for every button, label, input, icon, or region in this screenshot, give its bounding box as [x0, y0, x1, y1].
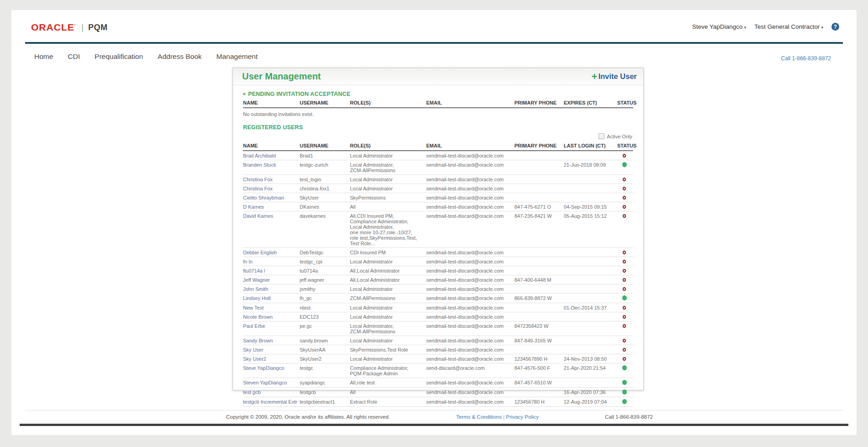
- pending-empty-message: No outstanding invitations exist.: [243, 108, 633, 118]
- user-name-link[interactable]: fn ln: [243, 257, 300, 266]
- user-name-link[interactable]: Cielito Shraybman: [243, 193, 300, 202]
- user-roles: Local Administrator: [350, 284, 426, 294]
- status-cell: [617, 248, 633, 257]
- user-email: sendmail-test-discard@oracle.com: [426, 266, 514, 275]
- org-menu[interactable]: Test General Contractor▾: [754, 23, 823, 30]
- plus-icon: +: [592, 73, 598, 80]
- user-email: sendmail-test-discard@oracle.com: [426, 312, 514, 321]
- user-primary-phone: 1234567890 H: [514, 354, 564, 363]
- privacy-link[interactable]: Privacy Policy: [506, 414, 539, 420]
- user-last-login: [564, 294, 617, 303]
- help-icon[interactable]: ?: [831, 23, 839, 31]
- user-email: send-discard@oracle.com: [426, 363, 514, 378]
- user-username: testgc: [300, 363, 350, 378]
- user-name-link[interactable]: Christina Fox: [243, 175, 300, 184]
- table-row: Nicole BrownEDC123Local Administratorsen…: [243, 312, 633, 321]
- user-name-link[interactable]: Branden Stuck: [243, 160, 300, 175]
- user-name-link[interactable]: testgcb Incremental Extr: [243, 397, 300, 407]
- user-roles: CDI Insured PM: [350, 248, 426, 257]
- status-cell: [617, 378, 633, 388]
- table-row: test gcbtestgcbAllsendmail-test-discard@…: [243, 388, 633, 397]
- user-name-link[interactable]: Steven YapDiangco: [243, 378, 300, 388]
- status-cell: [617, 388, 633, 397]
- user-name-link[interactable]: New Test: [243, 303, 300, 312]
- user-username: pe.gc: [300, 321, 350, 336]
- status-cell: [617, 284, 633, 294]
- user-name-link[interactable]: Brad Archibald: [243, 151, 300, 160]
- user-name-link[interactable]: Steve YapDiangco: [243, 363, 300, 378]
- table-row: John SmithjsmithyLocal Administratorsend…: [243, 284, 633, 294]
- user-name-link[interactable]: David Karnes: [243, 211, 300, 248]
- status-cell: [617, 257, 633, 266]
- footer: Copyright © 2009, 2020, Oracle and/or it…: [226, 414, 653, 420]
- user-name-link[interactable]: Paul Erbe: [243, 321, 300, 336]
- user-email: sendmail-test-discard@oracle.com: [426, 303, 514, 312]
- user-name-link[interactable]: Sky User: [243, 345, 300, 354]
- registered-table-body: Brad ArchibaldBrad1Local Administratorse…: [243, 151, 633, 407]
- user-roles: Local Administrator: [350, 151, 426, 160]
- user-roles: All: [350, 202, 426, 211]
- user-name-link[interactable]: Jeff Wagner: [243, 275, 300, 284]
- user-last-login: [564, 321, 617, 336]
- user-roles: All,Local Administrator: [350, 266, 426, 275]
- user-username: DebTestgc: [300, 248, 350, 257]
- table-row: Sky User2SkyUser2Local Administratorsend…: [243, 354, 633, 363]
- user-roles: Compliance Administrator, PQM Package Ad…: [350, 363, 426, 378]
- user-name-link[interactable]: Nicole Brown: [243, 312, 300, 321]
- user-roles: All,CDI Insured PM, Compliance Administr…: [350, 211, 426, 248]
- user-primary-phone: 847-235-8421 W: [514, 211, 564, 248]
- user-primary-phone: [514, 266, 564, 275]
- user-email: sendmail-test-discard@oracle.com: [426, 193, 514, 202]
- user-primary-phone: [514, 175, 564, 184]
- user-name-link[interactable]: John Smith: [243, 284, 300, 294]
- user-name-link[interactable]: Debbie English: [243, 248, 300, 257]
- registered-section-heading[interactable]: REGISTERED USERS: [243, 124, 633, 131]
- status-cell: [617, 193, 633, 202]
- nav-item-management[interactable]: Management: [217, 53, 258, 61]
- user-name-link[interactable]: ftu0714a l: [243, 266, 300, 275]
- nav-item-cdi[interactable]: CDI: [68, 53, 80, 61]
- status-cell: [617, 160, 633, 175]
- user-menu[interactable]: Steve YapDiangco▾: [692, 23, 746, 30]
- nav-item-home[interactable]: Home: [34, 53, 53, 61]
- user-primary-phone: [514, 248, 564, 257]
- nav-item-prequalification[interactable]: Prequalification: [95, 53, 143, 61]
- user-roles: ZCM-AllPermissions: [350, 294, 426, 303]
- table-row: Christina Foxtest_loginLocal Administrat…: [243, 175, 633, 184]
- table-row: Branden Stucktestgc-zurichLocal Administ…: [243, 160, 633, 175]
- user-username: SkyUser: [300, 193, 350, 202]
- active-only-checkbox[interactable]: [598, 133, 604, 139]
- brand-divider: |: [81, 23, 84, 32]
- user-last-login: 05-Aug-2015 15:12: [564, 211, 617, 248]
- terms-link[interactable]: Terms & Conditions: [456, 414, 502, 420]
- status-inactive-icon: [623, 196, 626, 200]
- pending-section-toggle[interactable]: » PENDING INVITATION ACCEPTANCE: [243, 91, 633, 97]
- table-row: Paul Erbepe.gcLocal Administrator, ZCM-A…: [243, 321, 633, 336]
- user-name-link[interactable]: Sandy Brown: [243, 336, 300, 345]
- user-name-link[interactable]: test gcb: [243, 388, 300, 397]
- table-row: Sandy Brownsandy.brownLocal Administrato…: [243, 336, 633, 345]
- user-name-link[interactable]: Lindsey Holt: [243, 294, 300, 303]
- column-header: ROLE(S): [350, 97, 426, 108]
- table-row: Christina Foxchristina.fox1Local Adminis…: [243, 184, 633, 193]
- user-email: sendmail-test-discard@oracle.com: [426, 202, 514, 211]
- status-cell: [617, 321, 633, 336]
- registered-users-table: NAMEUSERNAMEROLE(S)EMAILPRIMARY PHONELAS…: [243, 140, 633, 407]
- user-email: sendmail-test-discard@oracle.com: [426, 248, 514, 257]
- footer-call-link[interactable]: Call 1-866-839-8872: [605, 414, 653, 420]
- nav-item-address-book[interactable]: Address Book: [158, 53, 202, 61]
- status-inactive-icon: [623, 260, 626, 263]
- column-header: EXPIRES (CT): [564, 97, 617, 108]
- user-name-link[interactable]: Christina Fox: [243, 184, 300, 193]
- call-phone-link[interactable]: Call 1-866-839-8872: [781, 55, 831, 62]
- user-name-link[interactable]: Sky User2: [243, 354, 300, 363]
- user-last-login: [564, 266, 617, 275]
- user-primary-phone: [514, 345, 564, 354]
- user-email: sendmail-test-discard@oracle.com: [426, 321, 514, 336]
- user-last-login: [564, 257, 617, 266]
- invite-user-button[interactable]: + Invite User: [592, 72, 637, 81]
- pending-table-header-row: NAMEUSERNAMEROLE(S)EMAILPRIMARY PHONEEXP…: [243, 97, 633, 108]
- user-username: DKarnes: [300, 202, 350, 211]
- user-primary-phone: [514, 312, 564, 321]
- user-name-link[interactable]: D Karnes: [243, 202, 300, 211]
